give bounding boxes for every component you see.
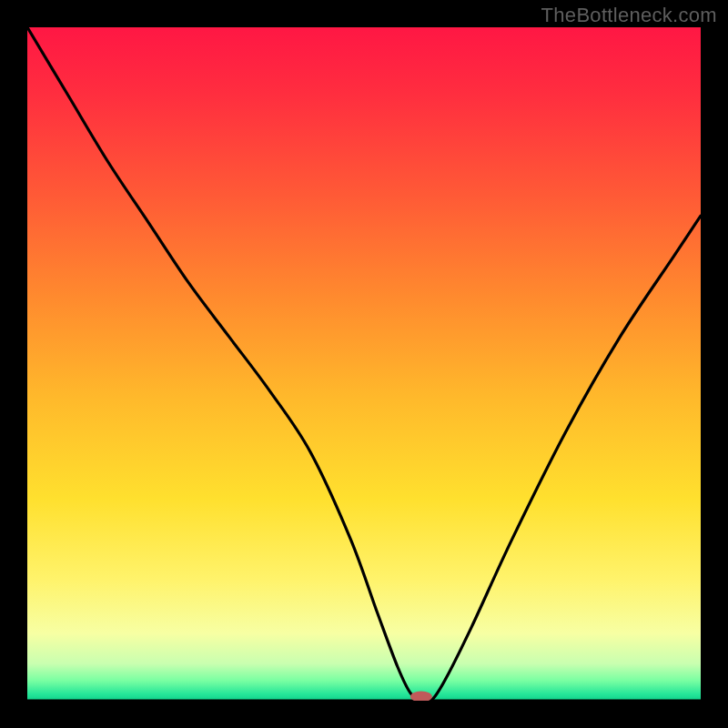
chart-frame: TheBottleneck.com	[0, 0, 728, 728]
bottleneck-chart-svg	[27, 27, 701, 701]
plot-area	[27, 27, 701, 701]
gradient-background	[27, 27, 701, 701]
watermark-text: TheBottleneck.com	[541, 4, 717, 27]
